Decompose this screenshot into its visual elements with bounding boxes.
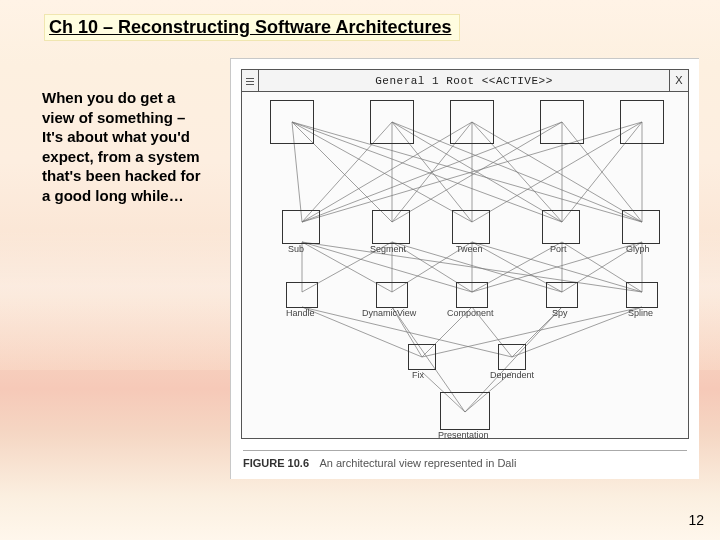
node-label: Dependent <box>490 370 534 380</box>
graph-node <box>370 100 414 144</box>
title-box: Ch 10 – Reconstructing Software Architec… <box>44 14 460 41</box>
graph-node <box>546 282 578 308</box>
slide: Ch 10 – Reconstructing Software Architec… <box>0 0 720 540</box>
graph-node <box>540 100 584 144</box>
figure-panel: General 1 Root <<ACTIVE>> X <box>230 58 699 479</box>
node-label: Segment <box>370 244 406 254</box>
figure-caption-text: An architectural view represented in Dal… <box>319 457 516 469</box>
node-label: Component <box>447 308 494 318</box>
graph-node <box>542 210 580 244</box>
body-text: When you do get a view of something – It… <box>42 88 207 205</box>
figure-graph-area: Sub Segment Tween Port Glyph Handle Dyna… <box>241 91 689 439</box>
node-label: Tween <box>456 244 483 254</box>
figure-caption-label: FIGURE 10.6 <box>243 457 309 469</box>
graph-node <box>452 210 490 244</box>
node-label: Handle <box>286 308 315 318</box>
page-number: 12 <box>688 512 704 528</box>
graph-node <box>622 210 660 244</box>
figure-window-titlebar: General 1 Root <<ACTIVE>> X <box>241 69 689 93</box>
figure-caption: FIGURE 10.6 An architectural view repres… <box>243 450 687 469</box>
node-label: Glyph <box>626 244 650 254</box>
close-icon[interactable]: X <box>669 70 688 92</box>
window-grip-icon <box>242 70 259 92</box>
figure-window-title: General 1 Root <<ACTIVE>> <box>259 75 669 87</box>
slide-title: Ch 10 – Reconstructing Software Architec… <box>49 17 451 37</box>
graph-node <box>456 282 488 308</box>
graph-node <box>440 392 490 430</box>
graph-node <box>626 282 658 308</box>
node-label: Port <box>550 244 567 254</box>
node-label: Fix <box>412 370 424 380</box>
graph-node <box>498 344 526 370</box>
graph-node <box>620 100 664 144</box>
graph-node <box>372 210 410 244</box>
node-label: Spy <box>552 308 568 318</box>
graph-node <box>376 282 408 308</box>
svg-line-15 <box>302 122 562 222</box>
svg-line-3 <box>292 122 562 222</box>
node-label: Presentation <box>438 430 489 439</box>
node-label: Spline <box>628 308 653 318</box>
graph-node <box>282 210 320 244</box>
graph-node <box>270 100 314 144</box>
graph-node <box>408 344 436 370</box>
node-label: DynamicView <box>362 308 416 318</box>
node-label: Sub <box>288 244 304 254</box>
graph-node <box>286 282 318 308</box>
graph-node <box>450 100 494 144</box>
